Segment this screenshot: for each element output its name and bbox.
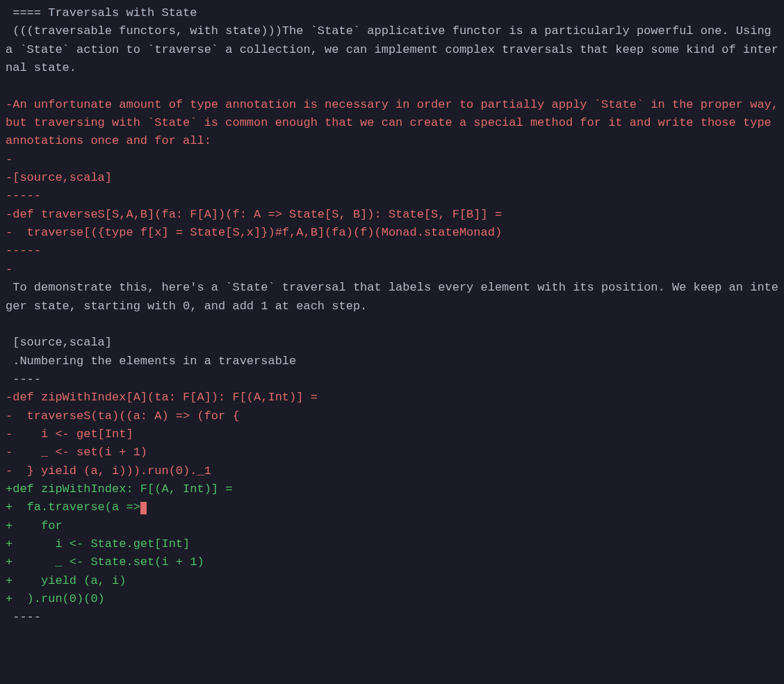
diff-line: -def traverseS[S,A,B](fa: F[A])(f: A => …	[0, 206, 784, 224]
diff-editor[interactable]: ==== Traversals with State (((traversabl…	[0, 0, 784, 627]
diff-line: -def zipWithIndex[A](ta: F[A]): F[(A,Int…	[0, 389, 784, 407]
diff-line: ==== Traversals with State	[0, 4, 784, 22]
diff-line: + yield (a, i)	[0, 572, 784, 590]
diff-line: -----	[0, 187, 784, 205]
diff-line: -[source,scala]	[0, 169, 784, 187]
diff-line: + i <- State.get[Int]	[0, 535, 784, 553]
text-cursor	[140, 502, 147, 515]
diff-line	[0, 316, 784, 334]
diff-line: .Numbering the elements in a traversable	[0, 352, 784, 370]
diff-line: To demonstrate this, here's a `State` tr…	[0, 279, 784, 316]
diff-line: [source,scala]	[0, 334, 784, 352]
diff-line: +def zipWithIndex: F[(A, Int)] =	[0, 480, 784, 498]
diff-line: - i <- get[Int]	[0, 425, 784, 443]
diff-line: -	[0, 261, 784, 279]
diff-line: ----	[0, 608, 784, 626]
diff-line: - traverseS(ta)((a: A) => (for {	[0, 407, 784, 425]
diff-line: + ).run(0)(0)	[0, 590, 784, 608]
diff-line: (((traversable functors, with state)))Th…	[0, 22, 784, 77]
diff-line: - _ <- set(i + 1)	[0, 443, 784, 462]
diff-line: + for	[0, 517, 784, 535]
diff-line: ----	[0, 370, 784, 389]
diff-line: - traverse[({type f[x] = State[S,x]})#f,…	[0, 224, 784, 242]
diff-line: + _ <- State.set(i + 1)	[0, 553, 784, 571]
diff-line: -	[0, 151, 784, 169]
diff-line: -----	[0, 242, 784, 260]
diff-line: - } yield (a, i))).run(0)._1	[0, 462, 784, 480]
diff-line: + fa.traverse(a =>	[0, 498, 784, 516]
diff-line	[0, 77, 784, 95]
diff-line: -An unfortunate amount of type annotatio…	[0, 96, 784, 151]
